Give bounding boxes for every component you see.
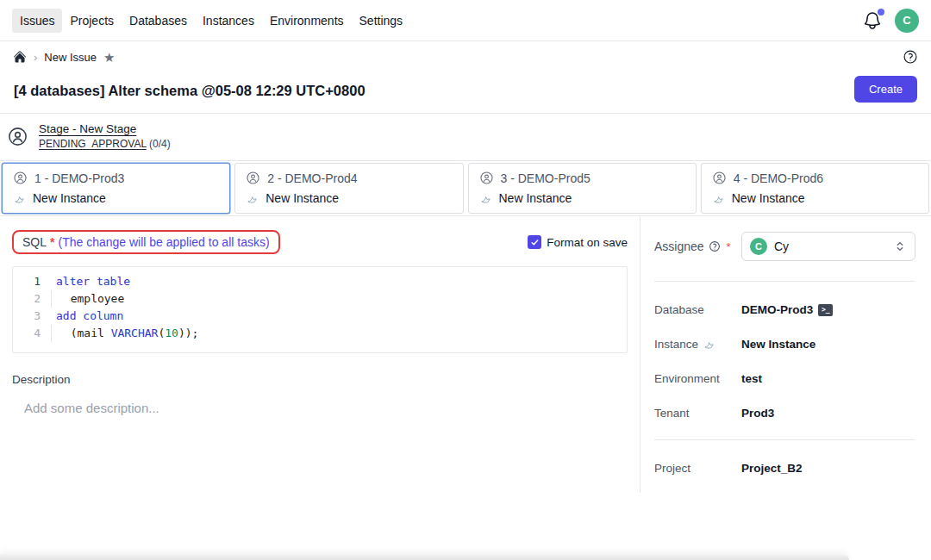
divider [654,281,915,282]
breadcrumb-current: New Issue [44,51,97,64]
assignee-select[interactable]: C Cy [741,232,915,261]
field-label: Database [654,303,741,316]
task-tabs: 1 - DEMO-Prod3New Instance2 - DEMO-Prod4… [0,161,931,216]
field-row-database: DatabaseDEMO-Prod3>_ [654,303,915,316]
chevron-right-icon: › [34,51,37,64]
format-on-save-toggle[interactable]: Format on save [528,235,628,249]
home-icon[interactable] [13,50,27,64]
editor-line: 4 (mail VARCHAR(10)); [13,325,627,342]
task-label: 1 - DEMO-Prod3 [34,171,124,185]
stage-link[interactable]: Stage - New Stage [39,122,171,135]
notification-dot [878,9,884,16]
stage-section: Stage - New Stage PENDING_APPROVAL (0/4) [0,114,931,160]
assignee-name: Cy [774,240,789,253]
topbar-right: C [862,9,919,33]
editor-line: 3add column [13,308,627,325]
main-nav: IssuesProjectsDatabasesInstancesEnvironm… [12,9,410,33]
nav-item-environments[interactable]: Environments [262,9,352,33]
person-circle-icon [479,171,494,185]
stage-texts: Stage - New Stage PENDING_APPROVAL (0/4) [39,122,171,150]
person-circle-icon [246,171,260,185]
field-value: test [741,372,762,385]
sql-editor[interactable]: 1alter table2 employee3add column4 (mail… [12,266,628,353]
select-chevron-icon [893,240,907,253]
code-text: (mail VARCHAR(10)); [51,325,198,342]
assignee-label-text: Assignee [654,240,704,253]
mysql-dolphin-icon [703,338,715,351]
task-instance: New Instance [33,191,106,205]
avatar[interactable]: C [895,9,919,33]
field-label: Tenant [654,407,741,420]
format-on-save-checkbox[interactable] [528,235,541,249]
task-instance: New Instance [499,191,572,205]
assignee-help-icon[interactable] [709,240,721,252]
format-on-save-label: Format on save [547,236,628,249]
field-row-project: ProjectProject_B2 [654,462,915,475]
mysql-dolphin-icon [712,192,725,205]
divider [654,439,915,440]
line-number: 1 [13,273,51,290]
description-input[interactable]: Add some description... [24,401,628,415]
task-card-2-demo-prod4[interactable]: 2 - DEMO-Prod4New Instance [234,163,463,214]
code-text: alter table [51,273,130,290]
task-instance: New Instance [266,191,339,205]
stage-status-link[interactable]: PENDING_APPROVAL [39,138,147,150]
nav-item-settings[interactable]: Settings [352,9,411,33]
star-icon[interactable]: ★ [103,51,115,64]
field-label: Instance [654,338,741,351]
sql-row: SQL * (The change will be applied to all… [12,230,628,254]
bottom-drawer-edge [0,554,849,560]
mysql-dolphin-icon [13,192,26,205]
mysql-dolphin-icon [479,192,492,205]
issue-page: IssuesProjectsDatabasesInstancesEnvironm… [0,0,931,560]
sql-label-annotation: SQL * (The change will be applied to all… [12,230,280,254]
mysql-dolphin-icon [246,192,259,205]
main-pane: SQL * (The change will be applied to all… [0,216,640,415]
field-row-tenant: TenantProd3 [654,407,915,420]
nav-item-issues[interactable]: Issues [12,9,62,33]
line-number: 3 [13,308,51,325]
page-title: [4 databases] Alter schema @05-08 12:29 … [14,76,366,99]
field-value: Prod3 [741,407,774,420]
editor-line: 2 employee [13,290,627,308]
sql-label: SQL [22,235,47,249]
sidebar: Assignee * C Cy [640,216,931,493]
assignee-row: Assignee * C Cy [654,232,915,261]
task-card-1-demo-prod3[interactable]: 1 - DEMO-Prod3New Instance [2,163,230,214]
create-button[interactable]: Create [854,76,917,103]
person-circle-icon [7,126,28,147]
task-label: 3 - DEMO-Prod5 [501,171,590,185]
nav-item-projects[interactable]: Projects [62,9,122,33]
line-number: 4 [13,325,51,342]
breadcrumb: › New Issue ★ [0,41,931,72]
field-value: Project_B2 [741,462,803,475]
notifications-button[interactable] [862,10,883,31]
terminal-icon[interactable]: >_ [818,304,833,316]
task-card-3-demo-prod5[interactable]: 3 - DEMO-Prod5New Instance [468,163,697,214]
editor-line: 1alter table [13,273,627,290]
top-nav-bar: IssuesProjectsDatabasesInstancesEnvironm… [0,0,931,41]
stage-progress: (0/4) [149,138,171,150]
task-card-4-demo-prod6[interactable]: 4 - DEMO-Prod6New Instance [701,163,929,214]
help-button[interactable] [903,49,918,65]
description-label: Description [12,373,628,386]
task-label: 2 - DEMO-Prod4 [267,171,357,185]
field-row-environment: Environmenttest [654,372,915,385]
nav-item-instances[interactable]: Instances [195,9,262,33]
assignee-required-mark: * [727,240,731,253]
nav-item-databases[interactable]: Databases [122,9,195,33]
field-value[interactable]: DEMO-Prod3>_ [741,303,833,316]
title-row: [4 databases] Alter schema @05-08 12:29 … [0,72,931,113]
task-label: 4 - DEMO-Prod6 [734,171,823,185]
content: SQL * (The change will be applied to all… [0,216,931,493]
field-row-instance: InstanceNew Instance [654,338,915,351]
assignee-label: Assignee * [654,240,731,253]
sidebar-fields: DatabaseDEMO-Prod3>_InstanceNew Instance… [654,303,915,475]
line-number: 2 [13,290,51,308]
field-label: Environment [654,372,741,385]
field-label: Project [654,462,741,475]
field-value: New Instance [741,338,815,351]
code-text: add column [51,308,123,325]
assignee-avatar: C [750,238,767,255]
task-instance: New Instance [732,191,805,205]
